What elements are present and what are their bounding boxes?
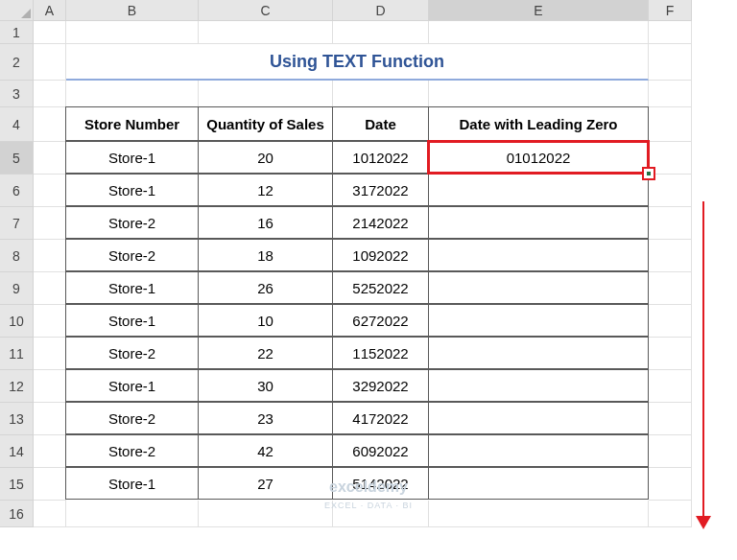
row-header-13[interactable]: 13 <box>0 403 34 435</box>
cell-A7[interactable] <box>34 207 66 240</box>
cell-B12[interactable]: Store-1 <box>65 369 199 402</box>
cell-D8[interactable]: 1092022 <box>332 239 429 271</box>
cell-C13[interactable]: 23 <box>198 402 333 434</box>
cell-F4[interactable] <box>649 107 692 142</box>
cell-D15[interactable]: 5142022 <box>332 467 429 500</box>
row-header-16[interactable]: 16 <box>0 501 34 527</box>
cell-B7[interactable]: Store-2 <box>65 206 199 239</box>
cell-F2[interactable] <box>649 44 692 81</box>
cell-F9[interactable] <box>649 272 692 305</box>
cell-B13[interactable]: Store-2 <box>65 402 199 434</box>
cell-A3[interactable] <box>34 81 66 107</box>
row-header-1[interactable]: 1 <box>0 21 34 44</box>
row-header-11[interactable]: 11 <box>0 338 34 370</box>
cell-E12[interactable] <box>428 369 649 402</box>
cell-A12[interactable] <box>34 370 66 403</box>
row-header-6[interactable]: 6 <box>0 175 34 207</box>
row-header-8[interactable]: 8 <box>0 240 34 272</box>
cell-B5[interactable]: Store-1 <box>65 141 199 174</box>
header-leading[interactable]: Date with Leading Zero <box>428 106 649 141</box>
cell-A6[interactable] <box>34 175 66 207</box>
cell-A1[interactable] <box>34 21 66 44</box>
cell-E15[interactable] <box>428 467 649 500</box>
cell-C8[interactable]: 18 <box>198 239 333 271</box>
cell-E3[interactable] <box>429 81 649 107</box>
cell-F8[interactable] <box>649 240 692 272</box>
cell-E10[interactable] <box>428 304 649 337</box>
cell-C12[interactable]: 30 <box>198 369 333 402</box>
cell-A9[interactable] <box>34 272 66 305</box>
cell-A2[interactable] <box>34 44 66 81</box>
cell-C10[interactable]: 10 <box>198 304 333 337</box>
col-header-A[interactable]: A <box>34 0 66 21</box>
cell-F16[interactable] <box>649 501 692 527</box>
cell-E9[interactable] <box>428 271 649 304</box>
row-header-5[interactable]: 5 <box>0 142 34 175</box>
row-header-9[interactable]: 9 <box>0 272 34 305</box>
cell-B6[interactable]: Store-1 <box>65 174 199 206</box>
col-header-F[interactable]: F <box>649 0 692 21</box>
cell-D12[interactable]: 3292022 <box>332 369 429 402</box>
cell-B16[interactable] <box>66 501 199 527</box>
cell-C5[interactable]: 20 <box>198 141 333 174</box>
cell-B8[interactable]: Store-2 <box>65 239 199 271</box>
fill-handle[interactable] <box>642 167 655 180</box>
cell-B9[interactable]: Store-1 <box>65 271 199 304</box>
cell-A15[interactable] <box>34 468 66 501</box>
cell-D3[interactable] <box>333 81 429 107</box>
col-header-E[interactable]: E <box>429 0 649 21</box>
cell-E14[interactable] <box>428 434 649 467</box>
cell-C11[interactable]: 22 <box>198 337 333 369</box>
cell-C15[interactable]: 27 <box>198 467 333 500</box>
cell-C7[interactable]: 16 <box>198 206 333 239</box>
select-all-corner[interactable] <box>0 0 34 21</box>
cell-E5[interactable]: 01012022 <box>428 141 649 174</box>
cell-D7[interactable]: 2142022 <box>332 206 429 239</box>
cell-E6[interactable] <box>428 174 649 206</box>
cell-B14[interactable]: Store-2 <box>65 434 199 467</box>
cell-E11[interactable] <box>428 337 649 369</box>
cell-A13[interactable] <box>34 403 66 435</box>
row-header-7[interactable]: 7 <box>0 207 34 240</box>
cell-A8[interactable] <box>34 240 66 272</box>
cell-D6[interactable]: 3172022 <box>332 174 429 206</box>
row-header-14[interactable]: 14 <box>0 435 34 468</box>
cell-E1[interactable] <box>429 21 649 44</box>
cell-C14[interactable]: 42 <box>198 434 333 467</box>
cell-B1[interactable] <box>66 21 199 44</box>
cell-D13[interactable]: 4172022 <box>332 402 429 434</box>
cell-E16[interactable] <box>429 501 649 527</box>
col-header-C[interactable]: C <box>199 0 333 21</box>
cell-C3[interactable] <box>199 81 333 107</box>
cell-E8[interactable] <box>428 239 649 271</box>
cell-C16[interactable] <box>199 501 333 527</box>
cell-F10[interactable] <box>649 305 692 338</box>
row-header-10[interactable]: 10 <box>0 305 34 338</box>
cell-F11[interactable] <box>649 338 692 370</box>
cell-F15[interactable] <box>649 468 692 501</box>
header-qty[interactable]: Quantity of Sales <box>198 106 333 141</box>
row-header-15[interactable]: 15 <box>0 468 34 501</box>
cell-A10[interactable] <box>34 305 66 338</box>
cell-C6[interactable]: 12 <box>198 174 333 206</box>
cell-A14[interactable] <box>34 435 66 468</box>
cell-F7[interactable] <box>649 207 692 240</box>
row-header-3[interactable]: 3 <box>0 81 34 107</box>
row-header-2[interactable]: 2 <box>0 44 34 81</box>
cell-F13[interactable] <box>649 403 692 435</box>
cell-C1[interactable] <box>199 21 333 44</box>
cell-B15[interactable]: Store-1 <box>65 467 199 500</box>
cell-B10[interactable]: Store-1 <box>65 304 199 337</box>
cell-D10[interactable]: 6272022 <box>332 304 429 337</box>
cell-E13[interactable] <box>428 402 649 434</box>
col-header-B[interactable]: B <box>66 0 199 21</box>
cell-A4[interactable] <box>34 107 66 142</box>
cell-A16[interactable] <box>34 501 66 527</box>
cell-B11[interactable]: Store-2 <box>65 337 199 369</box>
cell-A5[interactable] <box>34 142 66 175</box>
cell-D1[interactable] <box>333 21 429 44</box>
cell-A11[interactable] <box>34 338 66 370</box>
cell-F1[interactable] <box>649 21 692 44</box>
cell-E7[interactable] <box>428 206 649 239</box>
cell-C9[interactable]: 26 <box>198 271 333 304</box>
